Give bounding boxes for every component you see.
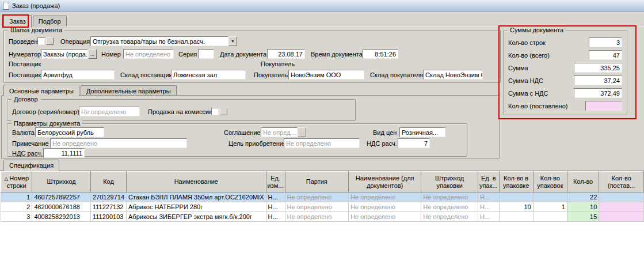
vat-calc-field[interactable]: 11,1111 xyxy=(43,148,85,158)
document-date-field[interactable]: 23.08.17 xyxy=(267,49,305,59)
table-row[interactable]: 3 4008258292013 111200103 Абрикосы ЗИБЕР… xyxy=(1,212,644,222)
cell-pack-barcode[interactable]: Не определено xyxy=(421,212,478,222)
buyer-store-field[interactable]: Склад НовоЭнзим ООО xyxy=(423,70,483,80)
agreement-field[interactable]: Не опред... xyxy=(261,127,298,137)
price-kind-field[interactable]: Розничная... xyxy=(399,127,445,137)
cell-qty[interactable]: 10 xyxy=(567,202,599,212)
tab-extra-params[interactable]: Дополнительные параметры xyxy=(81,85,177,95)
cell-qty[interactable]: 15 xyxy=(567,212,599,222)
tab-selection[interactable]: Подбор xyxy=(33,16,67,27)
document-params-group-title: Параметры документа xyxy=(12,120,82,127)
supplier-field[interactable]: Арвитфуд xyxy=(41,70,115,80)
cell-name-for-documents[interactable]: Не определено xyxy=(349,202,421,212)
operation-dropdown-icon[interactable]: ▼ xyxy=(228,36,237,46)
cell-barcode[interactable]: 4607257892257 xyxy=(32,192,91,202)
cell-qty-in-pack[interactable] xyxy=(499,212,533,222)
col-header-batch[interactable]: Партия xyxy=(285,172,349,192)
cell-qty-delivered[interactable] xyxy=(599,192,644,202)
posted-flag-button[interactable] xyxy=(46,37,54,45)
cell-pack-barcode[interactable]: Не определено xyxy=(421,192,478,202)
posted-checkbox[interactable] xyxy=(37,37,45,45)
cell-batch[interactable]: Не определено xyxy=(285,202,349,212)
cell-qty-in-pack[interactable]: 10 xyxy=(499,202,533,212)
cell-code[interactable]: 111227132 xyxy=(90,202,126,212)
buyer-field[interactable]: НовоЭнзим ООО xyxy=(288,70,364,80)
cell-name-for-documents[interactable]: Не определено xyxy=(349,212,421,222)
cell-pack-unit[interactable]: Н... xyxy=(478,202,500,212)
vat-rate-field[interactable]: 7 xyxy=(398,138,430,148)
col-header-barcode[interactable]: Штрихкод xyxy=(32,172,91,192)
tab-specification[interactable]: Спецификация xyxy=(3,160,59,171)
cell-batch[interactable]: Не определено xyxy=(285,212,349,222)
cell-unit[interactable]: Н... xyxy=(266,202,285,212)
currency-field[interactable]: Белорусский рубль xyxy=(35,127,104,137)
purchase-purpose-label: Цель приобретения xyxy=(228,140,284,147)
col-header-line-number[interactable]: △Номер строки xyxy=(1,172,32,192)
cell-qty-in-pack[interactable] xyxy=(499,192,533,202)
purchase-purpose-field[interactable]: Не определено xyxy=(284,138,360,148)
numerator-field[interactable]: Заказы (прода... xyxy=(41,49,88,59)
cell-qty[interactable]: 22 xyxy=(567,192,599,202)
cell-line-number[interactable]: 3 xyxy=(1,212,32,222)
table-row[interactable]: 2 4620000676188 111227132 Абрикос НАТБЕР… xyxy=(1,202,644,212)
col-header-pack-unit[interactable]: Ед. в упак... xyxy=(478,172,500,192)
vat-rate-label: НДС расч. xyxy=(367,140,398,147)
document-time-field[interactable]: 8:51:26 xyxy=(363,49,398,59)
sum-with-vat-field[interactable]: 372,49 xyxy=(574,88,622,98)
tab-extra-params-label: Дополнительные параметры xyxy=(86,88,171,95)
cell-line-number[interactable]: 1 xyxy=(1,192,32,202)
col-header-code[interactable]: Код xyxy=(90,172,126,192)
cell-name[interactable]: Абрикос НАТБЕРРИ 280г xyxy=(127,202,266,212)
numerator-ellipsis-icon[interactable]: ... xyxy=(88,49,97,59)
specification-table[interactable]: △Номер строки Штрихкод Код Наименование … xyxy=(1,171,644,222)
cell-code[interactable]: 270129714 xyxy=(90,192,126,202)
cell-name-for-documents[interactable]: Не определено xyxy=(349,192,421,202)
col-header-qty-in-pack[interactable]: Кол-во в упаковке xyxy=(499,172,533,192)
operation-field[interactable]: Отгрузка товара/тары по безнал.расч. xyxy=(90,36,228,46)
total-quantity-field[interactable]: 47 xyxy=(589,50,622,60)
tab-main-params[interactable]: Основные параметры xyxy=(3,85,79,96)
sum-field[interactable]: 335,25 xyxy=(574,63,622,73)
cell-line-number[interactable]: 2 xyxy=(1,202,32,212)
cell-name[interactable]: Стакан БЭЛЛ ПЛАМЯ 350мл арт.OCZ1620MIX xyxy=(127,192,266,202)
cell-qty-delivered[interactable] xyxy=(599,202,644,212)
cell-qty-delivered[interactable] xyxy=(599,212,644,222)
cell-barcode[interactable]: 4620000676188 xyxy=(32,202,91,212)
cell-code[interactable]: 111200103 xyxy=(90,212,126,222)
col-header-pack-barcode[interactable]: Штрихкод упаковки xyxy=(421,172,478,192)
contract-label: Договор (серия/номер) xyxy=(12,108,79,115)
cell-barcode[interactable]: 4008258292013 xyxy=(32,212,91,222)
cell-pack-barcode[interactable]: Не определено xyxy=(421,202,478,212)
cell-unit[interactable]: Н... xyxy=(266,212,285,222)
col-header-unit[interactable]: Ед. изм... xyxy=(266,172,285,192)
window-titlebar[interactable]: Заказ (продажа) xyxy=(0,0,644,12)
buyer-store-label: Склад покупателя xyxy=(370,71,423,78)
number-field[interactable]: Не определено xyxy=(123,49,174,59)
lines-count-field[interactable]: 3 xyxy=(589,37,622,47)
cell-batch[interactable]: Не определено xyxy=(285,192,349,202)
supplier-label: Поставщик xyxy=(9,71,41,78)
cell-pack-unit[interactable]: Н... xyxy=(478,212,500,222)
cell-pack-count[interactable] xyxy=(533,192,567,202)
cell-pack-unit[interactable]: Н... xyxy=(478,192,500,202)
vat-sum-field[interactable]: 37,24 xyxy=(574,75,622,85)
supplier-store-field[interactable]: Ложинская зал xyxy=(171,70,246,80)
col-header-name-for-documents[interactable]: Наименование (для документов) xyxy=(349,172,421,192)
cell-unit[interactable]: Н... xyxy=(266,192,285,202)
agreement-ellipsis-icon[interactable]: ... xyxy=(298,127,306,137)
cell-name[interactable]: Абрикосы ЗИБЕРГЕР экстра мягк.б/к.200г xyxy=(127,212,266,222)
tab-order[interactable]: Заказ xyxy=(3,15,32,27)
cell-pack-count[interactable] xyxy=(533,212,567,222)
col-header-name[interactable]: Наименование xyxy=(127,172,266,192)
col-header-qty[interactable]: Кол-во xyxy=(567,172,599,192)
table-row[interactable]: 1 4607257892257 270129714 Стакан БЭЛЛ ПЛ… xyxy=(1,192,644,202)
note-field[interactable]: Не определено xyxy=(50,138,187,148)
series-field[interactable] xyxy=(198,49,214,59)
commission-sale-checkbox[interactable] xyxy=(211,108,219,115)
delivered-quantity-field[interactable] xyxy=(585,101,622,111)
col-header-pack-count[interactable]: Кол-во упаковок xyxy=(533,172,567,192)
cell-pack-count[interactable]: 1 xyxy=(533,202,567,212)
contract-field[interactable]: Не определено xyxy=(79,107,140,116)
col-header-qty-delivered[interactable]: Кол-во (постав... xyxy=(599,172,644,192)
commission-sale-flag-button[interactable] xyxy=(220,108,227,115)
